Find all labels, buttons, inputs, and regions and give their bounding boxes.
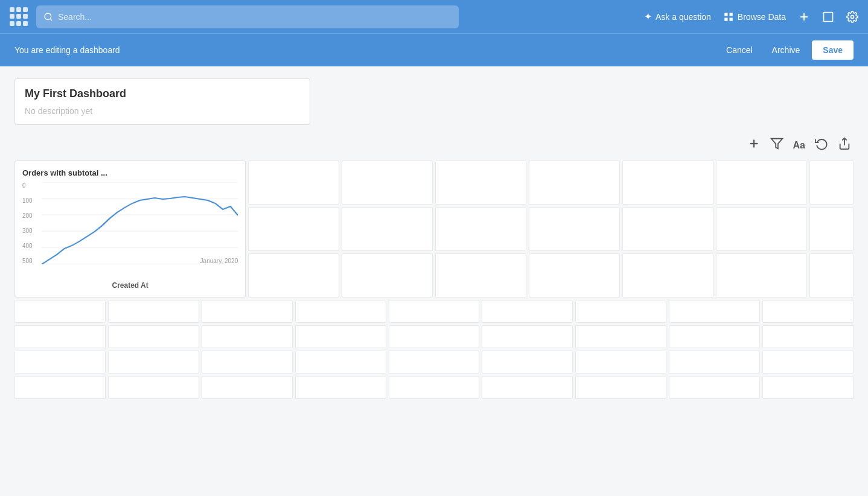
- grid-cell: [716, 161, 807, 205]
- grid-cell: [529, 253, 620, 297]
- grid-cell: [295, 300, 386, 323]
- grid-cell: [342, 207, 433, 251]
- dashboard-header: My First Dashboard No description yet: [14, 78, 310, 125]
- search-bar[interactable]: [36, 5, 459, 28]
- nav-right: ✦ Ask a question Browse Data: [644, 11, 858, 23]
- grid-cell: [14, 300, 106, 323]
- font-button[interactable]: Aa: [793, 137, 805, 153]
- grid-cell: [435, 253, 526, 297]
- grid-cell: [435, 207, 526, 251]
- grid-cell: [669, 376, 760, 399]
- svg-rect-3: [729, 13, 732, 16]
- grid-cell: [529, 161, 620, 205]
- grid-cell: [716, 207, 807, 251]
- chart-card: Orders with subtotal ... 500 400 300 200…: [14, 161, 246, 297]
- grid-cell: [248, 253, 339, 297]
- grid-cell: [622, 207, 713, 251]
- fullscreen-icon: [822, 11, 834, 23]
- chart-line-svg: [42, 182, 238, 264]
- grid-cell: [809, 207, 854, 251]
- share-button[interactable]: [838, 137, 851, 153]
- grid-cell: [295, 376, 386, 399]
- grid-cell: [14, 376, 106, 399]
- grid-cell: [14, 351, 106, 374]
- grid-cell: [482, 351, 573, 374]
- grid-cell: [762, 325, 854, 348]
- cancel-button[interactable]: Cancel: [719, 42, 760, 59]
- gear-icon: [846, 11, 858, 23]
- svg-rect-8: [824, 12, 833, 21]
- grid-cell: [575, 351, 666, 374]
- grid-cell: [295, 325, 386, 348]
- grid-cell: [389, 300, 480, 323]
- svg-point-0: [45, 13, 51, 20]
- settings-button[interactable]: [846, 11, 858, 23]
- chart-svg-wrapper: January, 2020: [42, 182, 238, 264]
- grid-cell: [762, 300, 854, 323]
- svg-rect-4: [724, 17, 727, 21]
- fullscreen-button[interactable]: [822, 11, 834, 23]
- grid-cell: [342, 253, 433, 297]
- dashboard-description[interactable]: No description yet: [25, 106, 300, 116]
- grid-cell: [108, 376, 199, 399]
- new-button[interactable]: [798, 11, 810, 23]
- main-content: My First Dashboard No description yet Aa…: [0, 66, 868, 411]
- chart-area: 500 400 300 200 100 0: [22, 182, 238, 279]
- grid-cell: [669, 300, 760, 323]
- svg-rect-5: [729, 17, 732, 21]
- grid-cell: [202, 325, 293, 348]
- svg-point-9: [851, 15, 854, 18]
- grid-icon: [723, 11, 734, 22]
- grid-cell: [529, 207, 620, 251]
- grid-cell: [202, 351, 293, 374]
- svg-marker-12: [771, 139, 782, 149]
- app-logo[interactable]: [10, 7, 29, 27]
- sparkle-icon: ✦: [644, 11, 652, 22]
- grid-cell: [295, 351, 386, 374]
- save-button[interactable]: Save: [812, 40, 854, 60]
- grid-cell: [575, 300, 666, 323]
- edit-bar-message: You are editing a dashboard: [14, 45, 719, 55]
- grid-cell: [716, 253, 807, 297]
- svg-line-1: [50, 19, 52, 21]
- grid-cell: [669, 351, 760, 374]
- grid-cell: [202, 376, 293, 399]
- filter-button[interactable]: [770, 137, 783, 153]
- browse-data-button[interactable]: Browse Data: [723, 11, 786, 22]
- grid-cell: [482, 300, 573, 323]
- grid-cell: [389, 325, 480, 348]
- chart-y-axis: 500 400 300 200 100 0: [22, 182, 39, 264]
- history-button[interactable]: [815, 137, 828, 153]
- search-input[interactable]: [58, 12, 452, 22]
- edit-bar: You are editing a dashboard Cancel Archi…: [0, 33, 868, 66]
- grid-cell: [575, 376, 666, 399]
- grid-cell: [389, 351, 480, 374]
- grid-cell: [108, 300, 199, 323]
- grid-cell: [622, 161, 713, 205]
- dashboard-grid: Orders with subtotal ... 500 400 300 200…: [14, 161, 854, 399]
- grid-cell: [14, 325, 106, 348]
- archive-button[interactable]: Archive: [765, 42, 808, 59]
- plus-icon: [798, 11, 810, 23]
- grid-cell: [248, 207, 339, 251]
- add-card-button[interactable]: [747, 137, 761, 153]
- dashboard-title[interactable]: My First Dashboard: [25, 87, 300, 100]
- grid-cell: [762, 351, 854, 374]
- grid-cell: [622, 253, 713, 297]
- ask-question-button[interactable]: ✦ Ask a question: [644, 11, 711, 22]
- grid-cell: [435, 161, 526, 205]
- grid-cell: [108, 351, 199, 374]
- grid-cell: [248, 161, 339, 205]
- svg-rect-2: [724, 13, 727, 16]
- grid-cell: [809, 253, 854, 297]
- edit-bar-actions: Cancel Archive Save: [719, 40, 854, 60]
- grid-cell: [389, 376, 480, 399]
- top-navigation: ✦ Ask a question Browse Data: [0, 0, 868, 33]
- grid-cell: [108, 325, 199, 348]
- chart-x-label: January, 2020: [200, 258, 238, 264]
- grid-cell: [762, 376, 854, 399]
- grid-cell: [669, 325, 760, 348]
- grid-cell: [482, 376, 573, 399]
- dashboard-toolbar: Aa: [14, 137, 854, 153]
- grid-cell: [482, 325, 573, 348]
